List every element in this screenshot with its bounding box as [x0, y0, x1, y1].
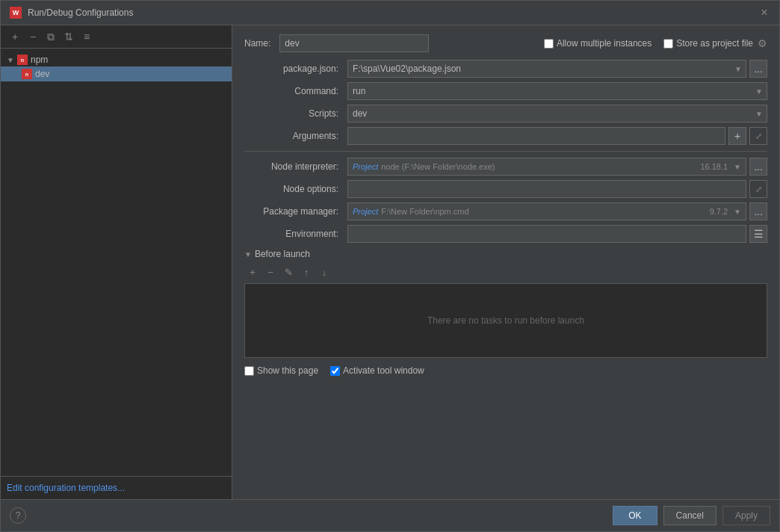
before-launch-add-button[interactable]: + [244, 264, 261, 280]
before-launch-remove-button[interactable]: − [262, 264, 279, 280]
arguments-label: Arguments: [244, 131, 341, 141]
node-interpreter-project: Project [353, 162, 378, 171]
title-bar: W Run/Debug Configurations × [1, 1, 779, 25]
arguments-expand-button[interactable]: ⤢ [749, 127, 767, 145]
footer-left: ? [10, 507, 26, 524]
tree-item-label: dev [35, 69, 49, 79]
before-launch-edit-button[interactable]: ✎ [280, 264, 297, 280]
run-debug-dialog: W Run/Debug Configurations × + − ⧉ ⇅ ≡ ▼… [0, 0, 780, 532]
dialog-title: Run/Debug Configurations [28, 7, 133, 18]
dialog-footer: ? OK Cancel Apply [1, 499, 779, 531]
before-launch-toolbar: + − ✎ ↑ ↓ [244, 264, 767, 280]
remove-config-button[interactable]: − [25, 28, 41, 45]
sort-config-button[interactable]: ≡ [78, 28, 95, 45]
scripts-field-row: dev ▼ [347, 105, 767, 123]
package-manager-browse-button[interactable]: ... [749, 202, 767, 220]
environment-field-row: ☰ [347, 225, 767, 243]
tree-group-header[interactable]: ▼ n npm [1, 53, 232, 66]
environment-input[interactable] [347, 225, 746, 243]
name-label: Name: [244, 38, 273, 49]
npm-icon: n [17, 55, 28, 65]
ok-button[interactable]: OK [613, 506, 657, 525]
show-page-label[interactable]: Show this page [244, 365, 318, 376]
node-interpreter-field: Project node (F:\New Folder\node.exe) 16… [347, 158, 746, 176]
allow-multiple-label[interactable]: Allow multiple instances [544, 38, 651, 49]
activate-window-checkbox[interactable] [330, 366, 340, 376]
node-options-expand-button[interactable]: ⤢ [749, 180, 767, 198]
before-launch-empty-label: There are no tasks to run before launch [427, 315, 584, 326]
form-grid: package.json: F:\spa\Vue02\package.json … [244, 60, 767, 145]
store-project-checkbox[interactable] [663, 39, 673, 49]
node-interpreter-version: 16.18.1 [700, 162, 728, 171]
package-json-label: package.json: [244, 64, 341, 74]
before-launch-up-button[interactable]: ↑ [298, 264, 315, 280]
scripts-label: Scripts: [244, 108, 341, 119]
main-content: + − ⧉ ⇅ ≡ ▼ n npm n dev [1, 25, 779, 499]
edit-config-link[interactable]: Edit configuration templates... [7, 483, 125, 493]
sidebar-tree: ▼ n npm n dev [1, 49, 232, 476]
package-json-select[interactable]: F:\spa\Vue02\package.json [347, 60, 746, 78]
top-row: Name: Allow multiple instances Store as … [244, 34, 767, 52]
copy-config-button[interactable]: ⧉ [43, 28, 59, 45]
arguments-field-row: + ⤢ [347, 127, 767, 145]
package-manager-field: Project F:\New Folder\npm.cmd 9.7.2 ▼ [347, 202, 746, 220]
tree-item-icon: n [22, 69, 32, 79]
move-config-button[interactable]: ⇅ [61, 28, 77, 45]
command-field-row: run ▼ [347, 82, 767, 100]
show-page-checkbox[interactable] [244, 366, 254, 376]
scripts-select-wrapper: dev ▼ [347, 105, 767, 123]
package-json-field-row: F:\spa\Vue02\package.json ▼ ... [347, 60, 767, 78]
bottom-checkboxes: Show this page Activate tool window [244, 365, 767, 376]
package-manager-version: 9.7.2 [710, 207, 728, 216]
arguments-add-button[interactable]: + [728, 127, 746, 145]
activate-window-label[interactable]: Activate tool window [330, 365, 424, 376]
dialog-icon: W [10, 7, 22, 19]
name-input[interactable] [279, 34, 429, 52]
package-manager-label: Package manager: [244, 206, 341, 217]
arguments-input[interactable] [347, 127, 725, 145]
help-button[interactable]: ? [10, 507, 26, 524]
sidebar-bottom: Edit configuration templates... [1, 476, 232, 499]
before-launch-section: ▼ Before launch + − ✎ ↑ ↓ There are no t… [244, 249, 767, 358]
add-config-button[interactable]: + [7, 28, 23, 45]
node-interpreter-label: Node interpreter: [244, 161, 341, 172]
close-button[interactable]: × [758, 7, 770, 19]
form-grid-2: Node interpreter: Project node (F:\New F… [244, 158, 767, 243]
before-launch-header[interactable]: ▼ Before launch [244, 249, 767, 259]
node-options-field-row: ⤢ [347, 180, 767, 198]
divider-1 [244, 151, 767, 152]
package-json-browse-button[interactable]: ... [749, 60, 767, 78]
name-row: Name: [244, 34, 429, 52]
store-project-gear-icon: ⚙ [758, 37, 767, 49]
cancel-button[interactable]: Cancel [663, 506, 716, 525]
package-manager-path: F:\New Folder\npm.cmd [381, 207, 468, 216]
title-left: W Run/Debug Configurations [10, 7, 133, 19]
node-options-input[interactable] [347, 180, 746, 198]
tree-expand-arrow: ▼ [7, 56, 14, 64]
footer-right: OK Cancel Apply [613, 506, 770, 525]
before-launch-label: Before launch [255, 249, 310, 259]
environment-edit-button[interactable]: ☰ [749, 225, 767, 243]
store-project-label[interactable]: Store as project file ⚙ [663, 37, 767, 49]
allow-multiple-checkbox[interactable] [544, 39, 554, 49]
sidebar-toolbar: + − ⧉ ⇅ ≡ [1, 25, 232, 49]
node-interpreter-browse-button[interactable]: ... [749, 158, 767, 176]
node-interpreter-dropdown-arrow: ▼ [734, 163, 741, 171]
tree-item-dev[interactable]: n dev [1, 66, 232, 81]
package-manager-dropdown-arrow: ▼ [734, 208, 741, 216]
node-options-label: Node options: [244, 184, 341, 194]
package-manager-project: Project [353, 207, 378, 216]
scripts-select[interactable]: dev [347, 105, 767, 123]
command-select[interactable]: run [347, 82, 767, 100]
config-inner: Name: Allow multiple instances Store as … [232, 25, 779, 499]
command-select-wrapper: run ▼ [347, 82, 767, 100]
node-interpreter-field-row: Project node (F:\New Folder\node.exe) 16… [347, 158, 767, 176]
command-label: Command: [244, 86, 341, 96]
sidebar: + − ⧉ ⇅ ≡ ▼ n npm n dev [1, 25, 232, 499]
package-manager-field-row: Project F:\New Folder\npm.cmd 9.7.2 ▼ ..… [347, 202, 767, 220]
before-launch-empty-area: There are no tasks to run before launch [244, 283, 767, 358]
before-launch-down-button[interactable]: ↓ [316, 264, 332, 280]
node-interpreter-path: node (F:\New Folder\node.exe) [381, 162, 495, 171]
tree-group-label: npm [31, 55, 48, 65]
apply-button[interactable]: Apply [722, 506, 770, 525]
